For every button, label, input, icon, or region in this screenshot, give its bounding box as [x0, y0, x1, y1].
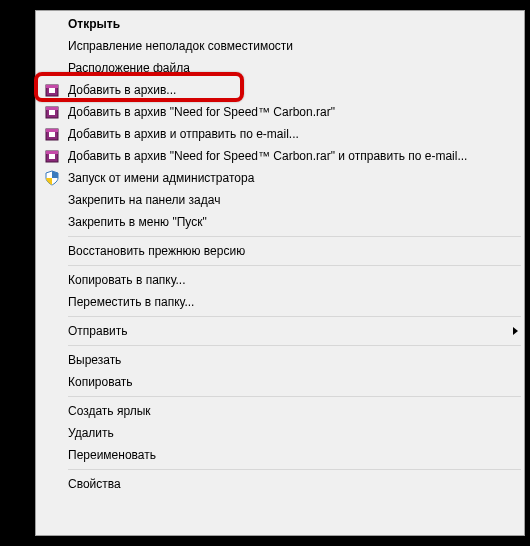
menu-separator: [68, 469, 521, 470]
menu-item-cut[interactable]: Вырезать: [38, 349, 522, 371]
menu-separator: [68, 316, 521, 317]
context-menu: Открыть Исправление неполадок совместимо…: [35, 10, 525, 536]
blank-icon: [40, 444, 64, 466]
menu-label: Свойства: [68, 477, 518, 491]
svg-rect-11: [49, 154, 55, 159]
menu-item-delete[interactable]: Удалить: [38, 422, 522, 444]
menu-item-add-named[interactable]: Добавить в архив "Need for Speed™ Carbon…: [38, 101, 522, 123]
menu-label: Добавить в архив "Need for Speed™ Carbon…: [68, 149, 518, 163]
blank-icon: [40, 320, 64, 342]
menu-item-rename[interactable]: Переименовать: [38, 444, 522, 466]
svg-rect-1: [46, 85, 58, 88]
blank-icon: [40, 400, 64, 422]
blank-icon: [40, 269, 64, 291]
menu-separator: [68, 265, 521, 266]
blank-icon: [40, 35, 64, 57]
svg-rect-4: [46, 107, 58, 110]
svg-rect-7: [46, 129, 58, 132]
menu-item-properties[interactable]: Свойства: [38, 473, 522, 495]
menu-item-open[interactable]: Открыть: [38, 13, 522, 35]
menu-label: Исправление неполадок совместимости: [68, 39, 518, 53]
blank-icon: [40, 422, 64, 444]
menu-item-file-location[interactable]: Расположение файла: [38, 57, 522, 79]
menu-label: Запуск от имени администратора: [68, 171, 518, 185]
menu-separator: [68, 396, 521, 397]
menu-label: Добавить в архив "Need for Speed™ Carbon…: [68, 105, 518, 119]
blank-icon: [40, 211, 64, 233]
svg-rect-8: [49, 132, 55, 137]
menu-label: Копировать в папку...: [68, 273, 518, 287]
menu-item-pin-taskbar[interactable]: Закрепить на панели задач: [38, 189, 522, 211]
shield-icon: [40, 167, 64, 189]
blank-icon: [40, 13, 64, 35]
winrar-icon: [40, 123, 64, 145]
menu-label: Удалить: [68, 426, 518, 440]
svg-rect-5: [49, 110, 55, 115]
menu-item-restore-previous[interactable]: Восстановить прежнюю версию: [38, 240, 522, 262]
blank-icon: [40, 57, 64, 79]
menu-item-run-admin[interactable]: Запуск от имени администратора: [38, 167, 522, 189]
winrar-icon: [40, 79, 64, 101]
menu-label: Восстановить прежнюю версию: [68, 244, 518, 258]
submenu-arrow-icon: [513, 327, 518, 335]
blank-icon: [40, 349, 64, 371]
menu-label: Отправить: [68, 324, 505, 338]
menu-item-add-email[interactable]: Добавить в архив и отправить по e-mail..…: [38, 123, 522, 145]
menu-separator: [68, 236, 521, 237]
menu-label: Переименовать: [68, 448, 518, 462]
menu-item-move-to-folder[interactable]: Переместить в папку...: [38, 291, 522, 313]
menu-item-compat[interactable]: Исправление неполадок совместимости: [38, 35, 522, 57]
menu-label: Открыть: [68, 17, 518, 31]
menu-label: Расположение файла: [68, 61, 518, 75]
menu-label: Переместить в папку...: [68, 295, 518, 309]
winrar-icon: [40, 101, 64, 123]
menu-item-create-shortcut[interactable]: Создать ярлык: [38, 400, 522, 422]
menu-item-add-named-email[interactable]: Добавить в архив "Need for Speed™ Carbon…: [38, 145, 522, 167]
blank-icon: [40, 291, 64, 313]
menu-separator: [68, 345, 521, 346]
menu-label: Закрепить на панели задач: [68, 193, 518, 207]
svg-rect-10: [46, 151, 58, 154]
menu-item-add-archive[interactable]: Добавить в архив...: [38, 79, 522, 101]
svg-rect-2: [49, 88, 55, 93]
menu-label: Создать ярлык: [68, 404, 518, 418]
winrar-icon: [40, 145, 64, 167]
menu-item-copy-to-folder[interactable]: Копировать в папку...: [38, 269, 522, 291]
menu-item-copy[interactable]: Копировать: [38, 371, 522, 393]
menu-label: Копировать: [68, 375, 518, 389]
blank-icon: [40, 240, 64, 262]
blank-icon: [40, 189, 64, 211]
blank-icon: [40, 371, 64, 393]
menu-label: Закрепить в меню "Пуск": [68, 215, 518, 229]
menu-label: Вырезать: [68, 353, 518, 367]
menu-item-send-to[interactable]: Отправить: [38, 320, 522, 342]
menu-item-pin-start[interactable]: Закрепить в меню "Пуск": [38, 211, 522, 233]
blank-icon: [40, 473, 64, 495]
menu-label: Добавить в архив и отправить по e-mail..…: [68, 127, 518, 141]
menu-label: Добавить в архив...: [68, 83, 518, 97]
